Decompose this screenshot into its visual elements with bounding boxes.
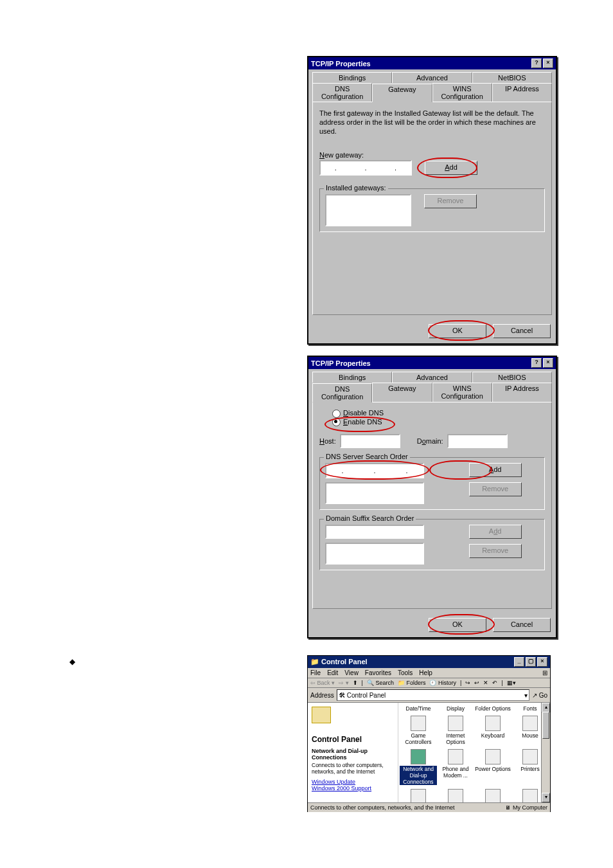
tab-wins-config[interactable]: WINS Configuration bbox=[432, 83, 492, 102]
views-button[interactable]: ▦▾ bbox=[507, 680, 516, 686]
move-to-icon[interactable]: ↪ bbox=[465, 680, 470, 686]
scrollbar[interactable]: ▴ ▾ bbox=[541, 703, 550, 802]
icon-phone-modem[interactable]: Phone and Modem ... bbox=[437, 749, 474, 785]
enable-dns-radio[interactable]: Enable DNS bbox=[332, 418, 545, 427]
cancel-button[interactable]: Cancel bbox=[493, 618, 551, 632]
menu-tools[interactable]: Tools bbox=[398, 669, 413, 676]
icon-keyboard[interactable]: Keyboard bbox=[474, 716, 511, 745]
cp-icon-view: Date/Time Display Folder Options Fonts G… bbox=[398, 703, 550, 802]
dns-server-order-group: DNS Server Search Order ... Add Remove bbox=[319, 457, 545, 510]
close-icon[interactable]: × bbox=[543, 358, 553, 368]
titlebar: TCP/IP Properties ? × bbox=[308, 357, 556, 369]
icon-date-time[interactable]: Date/Time bbox=[400, 705, 437, 712]
status-text: Connects to other computers, networks, a… bbox=[310, 804, 455, 811]
menubar: File Edit View Favorites Tools Help ⊞ bbox=[308, 668, 550, 678]
icon-scanners-cameras[interactable]: Scanners and Cameras bbox=[437, 789, 474, 802]
icon-internet-options[interactable]: Internet Options bbox=[437, 716, 474, 745]
copy-to-icon[interactable]: ↩ bbox=[474, 680, 479, 686]
control-panel-window: 📁 Control Panel _ ▢ × File Edit View Fav… bbox=[307, 655, 551, 812]
minimize-icon[interactable]: _ bbox=[514, 657, 524, 667]
help-icon[interactable]: ? bbox=[531, 358, 542, 368]
tcpip-properties-gateway: TCP/IP Properties ? × Bindings Advanced … bbox=[307, 56, 557, 345]
add-button[interactable]: Add bbox=[425, 161, 477, 175]
tab-row-2: DNS Configuration Gateway WINS Configura… bbox=[308, 83, 556, 102]
scroll-up-icon[interactable]: ▴ bbox=[542, 703, 550, 712]
close-icon[interactable]: × bbox=[543, 59, 553, 68]
icon-scheduled-tasks[interactable]: Scheduled Tasks bbox=[474, 789, 511, 802]
menu-view[interactable]: View bbox=[344, 669, 359, 676]
tab-netbios[interactable]: NetBIOS bbox=[472, 372, 552, 383]
tab-ip-address[interactable]: IP Address bbox=[492, 383, 552, 402]
suffix-add-button: Add bbox=[469, 525, 522, 539]
disable-dns-radio[interactable]: Disable DNS bbox=[332, 409, 545, 418]
forward-button[interactable]: ⇨ ▾ bbox=[339, 680, 349, 686]
cp-selected-title: Network and Dial-up Connections bbox=[312, 748, 394, 761]
remove-button: Remove bbox=[424, 194, 477, 208]
tab-bindings[interactable]: Bindings bbox=[312, 372, 392, 383]
icon-game-controllers[interactable]: Game Controllers bbox=[400, 716, 437, 745]
tab-advanced[interactable]: Advanced bbox=[392, 372, 472, 383]
undo-icon[interactable]: ↶ bbox=[492, 680, 497, 686]
domain-input[interactable] bbox=[447, 434, 508, 448]
tab-bindings[interactable]: Bindings bbox=[312, 72, 392, 83]
tab-wins-config[interactable]: WINS Configuration bbox=[432, 383, 492, 402]
tab-gateway[interactable]: Gateway bbox=[372, 84, 432, 102]
folders-button[interactable]: 📁 Folders bbox=[398, 680, 426, 686]
suffix-list[interactable] bbox=[325, 543, 424, 565]
icon-power-options[interactable]: Power Options bbox=[474, 749, 511, 785]
close-icon[interactable]: × bbox=[537, 657, 547, 667]
dns-add-button[interactable]: Add bbox=[469, 463, 522, 477]
installed-gateways-list[interactable] bbox=[325, 194, 411, 226]
cp-selected-desc: Connects to other computers, networks, a… bbox=[312, 762, 394, 775]
history-button[interactable]: 🕘 History bbox=[429, 680, 456, 686]
tab-advanced[interactable]: Advanced bbox=[392, 72, 472, 83]
new-gateway-label: New gateway: bbox=[319, 151, 545, 159]
scroll-down-icon[interactable]: ▾ bbox=[542, 793, 550, 802]
ok-button[interactable]: OK bbox=[429, 324, 486, 338]
tab-dns-config[interactable]: DNS Configuration bbox=[312, 383, 372, 402]
tab-row-2: DNS Configuration Gateway WINS Configura… bbox=[308, 383, 556, 402]
menu-help[interactable]: Help bbox=[419, 669, 432, 676]
link-windows-2000-support[interactable]: Windows 2000 Support bbox=[312, 785, 394, 791]
cp-body: Control Panel Network and Dial-up Connec… bbox=[308, 703, 550, 802]
cp-left-pane: Control Panel Network and Dial-up Connec… bbox=[308, 703, 398, 802]
help-text: The first gateway in the Installed Gatew… bbox=[319, 109, 545, 136]
icon-display[interactable]: Display bbox=[437, 705, 474, 712]
dropdown-icon[interactable]: ▾ bbox=[524, 692, 528, 699]
titlebar: 📁 Control Panel _ ▢ × bbox=[308, 656, 550, 668]
help-icon[interactable]: ? bbox=[531, 59, 542, 68]
suffix-input[interactable] bbox=[325, 525, 424, 539]
tab-dns-config[interactable]: DNS Configuration bbox=[312, 83, 372, 102]
tab-gateway[interactable]: Gateway bbox=[372, 383, 432, 402]
windows-flag-icon: ⊞ bbox=[542, 669, 547, 676]
toolbar: ⇦ Back ▾ ⇨ ▾ ⬆ | 🔍 Search 📁 Folders 🕘 Hi… bbox=[308, 678, 550, 688]
cancel-button[interactable]: Cancel bbox=[493, 324, 551, 338]
back-button[interactable]: ⇦ Back ▾ bbox=[310, 680, 335, 686]
domain-suffix-order-label: Domain Suffix Search Order bbox=[324, 514, 416, 522]
up-button[interactable]: ⬆ bbox=[353, 680, 358, 686]
maximize-icon[interactable]: ▢ bbox=[526, 657, 536, 667]
icon-regional-options[interactable]: Regional Options bbox=[400, 789, 437, 802]
link-windows-update[interactable]: Windows Update bbox=[312, 779, 394, 785]
scroll-thumb[interactable] bbox=[542, 712, 549, 739]
ok-button[interactable]: OK bbox=[429, 618, 486, 632]
window-title: Control Panel bbox=[321, 658, 368, 665]
search-button[interactable]: 🔍 Search bbox=[367, 680, 394, 686]
gateway-panel: The first gateway in the Installed Gatew… bbox=[312, 102, 552, 315]
address-field[interactable]: 🛠 Control Panel ▾ bbox=[337, 689, 529, 701]
tcpip-properties-dns: TCP/IP Properties ? × Bindings Advanced … bbox=[307, 356, 557, 638]
tab-ip-address[interactable]: IP Address bbox=[492, 83, 552, 102]
go-button[interactable]: ↗ Go bbox=[532, 692, 547, 699]
dns-server-list[interactable] bbox=[325, 482, 424, 504]
delete-icon[interactable]: ✕ bbox=[483, 680, 488, 686]
menu-edit[interactable]: Edit bbox=[327, 669, 338, 676]
icon-folder-options[interactable]: Folder Options bbox=[474, 705, 511, 712]
icon-network-connections[interactable]: Network and Dial-up Connections bbox=[400, 749, 437, 785]
menu-file[interactable]: File bbox=[310, 669, 321, 676]
menu-favorites[interactable]: Favorites bbox=[365, 669, 391, 676]
dns-server-input[interactable]: ... bbox=[325, 463, 424, 478]
folder-icon bbox=[312, 707, 331, 723]
new-gateway-input[interactable]: ... bbox=[319, 160, 412, 176]
host-input[interactable] bbox=[340, 434, 400, 448]
tab-netbios[interactable]: NetBIOS bbox=[472, 72, 552, 83]
